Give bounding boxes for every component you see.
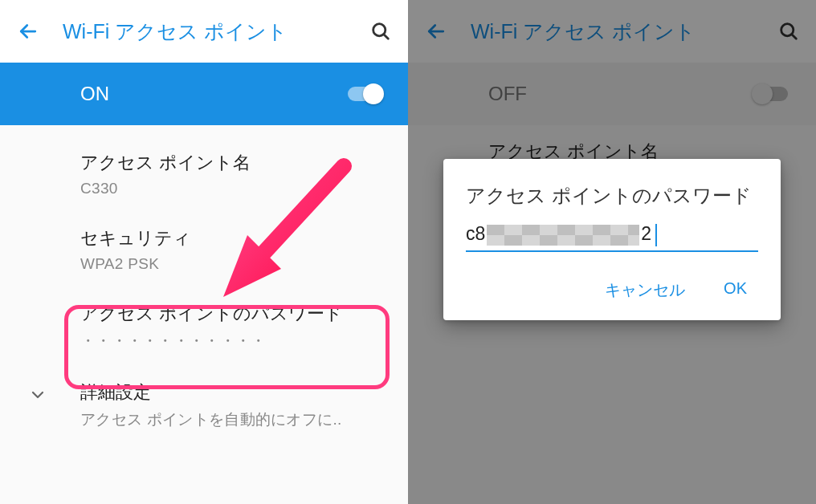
svg-rect-10 [522, 225, 540, 235]
password-visible-suffix: 2 [641, 223, 651, 244]
password-dialog: アクセス ポイントのパスワード c82 キャンセル OK [443, 159, 781, 320]
toggle-state-label: ON [80, 83, 109, 105]
password-value: ・・・・・・・・・・・・ [80, 331, 384, 352]
svg-rect-24 [610, 235, 628, 246]
dialog-title: アクセス ポイントのパスワード [466, 181, 758, 210]
screen-left: Wi-Fi アクセス ポイント ON アクセス ポイント名 C330 セキュリテ… [0, 0, 408, 504]
screen-right: Wi-Fi アクセス ポイント OFF アクセス ポイント名 アクセス ポイント… [408, 0, 816, 504]
password-input[interactable]: c82 [466, 225, 758, 252]
svg-rect-18 [504, 235, 522, 246]
dialog-actions: キャンセル OK [466, 271, 758, 309]
search-icon[interactable] [369, 20, 392, 43]
svg-rect-21 [557, 235, 575, 246]
svg-rect-20 [540, 235, 557, 246]
password-visible-prefix: c8 [466, 223, 485, 244]
svg-rect-12 [557, 225, 575, 235]
svg-rect-13 [575, 225, 593, 235]
back-arrow-icon[interactable] [16, 19, 40, 43]
password-label: アクセス ポイントのパスワード [80, 302, 384, 326]
svg-rect-14 [593, 225, 610, 235]
security-label: セキュリティ [80, 226, 384, 250]
ap-name-item[interactable]: アクセス ポイント名 C330 [0, 136, 408, 212]
settings-list: アクセス ポイント名 C330 セキュリティ WPA2 PSK アクセス ポイン… [0, 125, 408, 445]
cancel-button[interactable]: キャンセル [600, 271, 690, 309]
svg-rect-23 [593, 235, 610, 246]
page-title: Wi-Fi アクセス ポイント [63, 18, 369, 45]
advanced-value: アクセス ポイントを自動的にオフに.. [80, 409, 384, 430]
password-item[interactable]: アクセス ポイントのパスワード ・・・・・・・・・・・・ [0, 287, 408, 366]
svg-rect-22 [575, 235, 593, 246]
svg-rect-19 [522, 235, 540, 246]
svg-rect-17 [487, 235, 504, 246]
advanced-item[interactable]: 詳細設定 アクセス ポイントを自動的にオフに.. [0, 366, 408, 445]
svg-rect-11 [540, 225, 557, 235]
header: Wi-Fi アクセス ポイント [0, 0, 408, 63]
svg-rect-9 [504, 225, 522, 235]
ok-button[interactable]: OK [719, 271, 752, 309]
security-item[interactable]: セキュリティ WPA2 PSK [0, 212, 408, 287]
svg-rect-25 [628, 235, 639, 246]
ap-name-value: C330 [80, 180, 384, 197]
svg-line-2 [384, 35, 389, 39]
wifi-hotspot-toggle-row[interactable]: ON [0, 63, 408, 125]
redacted-region [487, 225, 639, 246]
text-caret [655, 224, 657, 246]
svg-rect-8 [487, 225, 504, 235]
svg-rect-15 [610, 225, 628, 235]
security-value: WPA2 PSK [80, 255, 384, 273]
svg-rect-16 [628, 225, 639, 235]
toggle-switch[interactable] [344, 82, 384, 106]
advanced-label: 詳細設定 [80, 380, 384, 404]
chevron-down-icon [28, 385, 47, 404]
ap-name-label: アクセス ポイント名 [80, 151, 384, 175]
